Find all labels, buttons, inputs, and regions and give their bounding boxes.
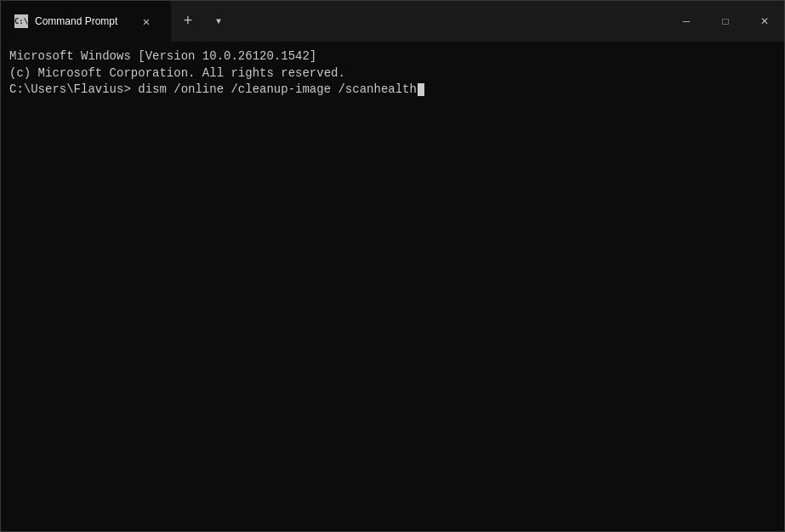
output-line-1: Microsoft Windows [Version 10.0.26120.15… [9,48,776,65]
tab-title: Command Prompt [35,15,128,27]
prompt-line: C:\Users\Flavius> dism /online /cleanup-… [9,82,776,99]
terminal-icon: C:\ [14,14,28,28]
prompt-text: C:\Users\Flavius> [9,82,131,99]
command-text: dism /online /cleanup-image /scanhealth [131,82,424,99]
tab-close-button[interactable]: ✕ [135,10,157,32]
new-tab-button[interactable]: + [171,1,205,42]
minimize-button[interactable]: ─ [667,1,706,42]
close-button[interactable]: ✕ [745,1,784,42]
output-line-2: (c) Microsoft Corporation. All rights re… [9,65,776,82]
tab-area: C:\ Command Prompt ✕ + ▼ [1,1,667,42]
chevron-down-icon: ▼ [216,17,221,26]
tabs-dropdown-button[interactable]: ▼ [205,1,232,42]
window-controls: ─ □ ✕ [667,1,784,42]
active-tab[interactable]: C:\ Command Prompt ✕ [1,1,171,42]
terminal-body[interactable]: Microsoft Windows [Version 10.0.26120.15… [1,42,784,531]
titlebar: C:\ Command Prompt ✕ + ▼ ─ □ ✕ [1,1,784,42]
maximize-button[interactable]: □ [706,1,745,42]
cursor [418,83,424,96]
terminal-window: C:\ Command Prompt ✕ + ▼ ─ □ ✕ Microsoft… [0,0,785,532]
